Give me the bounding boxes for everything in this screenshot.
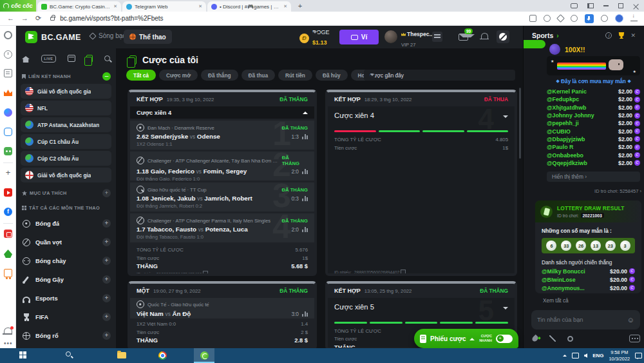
- browser-tab[interactable]: Telegram Web: [122, 1, 206, 12]
- chat-room-selector[interactable]: Sports: [532, 32, 553, 39]
- chat-settings-icon[interactable]: [567, 336, 573, 342]
- copy-icon[interactable]: [204, 272, 208, 276]
- view-all-link[interactable]: Xem tất cả: [543, 297, 569, 304]
- newsfeed-icon[interactable]: [4, 69, 12, 77]
- shopee-icon[interactable]: [4, 230, 12, 238]
- collapse-minus-icon[interactable]: [102, 72, 111, 81]
- sport-item[interactable]: FIFA: [16, 308, 116, 326]
- share-icon[interactable]: [544, 15, 551, 22]
- expand-plus-icon[interactable]: [102, 275, 111, 284]
- winner-name[interactable]: @Qqepjdkziwb: [547, 160, 587, 166]
- winner-name[interactable]: @CUBIO: [547, 128, 571, 135]
- filter-pill[interactable]: Rút tiền: [278, 70, 312, 81]
- stats-icon[interactable]: [302, 134, 308, 139]
- adblock-shield-icon[interactable]: [571, 15, 578, 22]
- user-info[interactable]: Thespec... VIP 27: [401, 31, 434, 49]
- sport-item[interactable]: Esports: [16, 289, 116, 308]
- taskbar-search-icon[interactable]: [66, 351, 71, 357]
- clock[interactable]: 9:58 PM10/3/2022: [609, 349, 630, 362]
- coccoc-logo[interactable]: cốc cốc: [0, 0, 36, 12]
- tray-expand-icon[interactable]: [563, 353, 567, 357]
- bookmark-star-icon[interactable]: [556, 14, 565, 23]
- winner-name[interactable]: @Johnny Johnny: [547, 112, 594, 119]
- emoji-icon[interactable]: [627, 316, 634, 324]
- schedule-icon[interactable]: [68, 55, 75, 62]
- youtube-icon[interactable]: [4, 188, 12, 197]
- winner-name[interactable]: @Dbapjyjziwb: [547, 136, 585, 142]
- close-button[interactable]: [633, 3, 639, 9]
- commands-icon[interactable]: [549, 335, 556, 342]
- chat-message-input[interactable]: [537, 317, 627, 323]
- new-tab-button[interactable]: [295, 1, 305, 12]
- collapse-caret-icon[interactable]: [303, 109, 308, 114]
- currency-selector[interactable]: DOGE $1.13: [299, 29, 330, 47]
- notifications-bell-icon[interactable]: [4, 328, 12, 334]
- sport-item[interactable]: Bóng rổ: [16, 326, 116, 345]
- quick-link-item[interactable]: ATP Astana, Kazakhstan: [21, 117, 111, 132]
- leaderboard-trophy-icon[interactable]: [618, 32, 625, 39]
- settings-gear-icon[interactable]: [4, 31, 12, 39]
- sport-item[interactable]: Bóng Gậy: [16, 270, 116, 289]
- expand-plus-icon[interactable]: [102, 257, 111, 265]
- sport-item[interactable]: Bóng chày: [16, 251, 116, 270]
- nav-casino[interactable]: Sòng bạc: [90, 32, 126, 39]
- winner-name[interactable]: @Fedupkpc: [547, 96, 579, 103]
- winner-name[interactable]: @Anonymous...: [542, 285, 585, 291]
- user-avatar[interactable]: [384, 30, 397, 43]
- sort-dropdown[interactable]: Cược gần đây: [364, 70, 515, 81]
- minimize-button[interactable]: [603, 5, 609, 6]
- stats-icon[interactable]: [302, 311, 308, 317]
- add-icon[interactable]: [4, 169, 12, 177]
- forward-button[interactable]: [21, 15, 28, 22]
- quick-link-item[interactable]: Giải vô địch quốc gia: [21, 84, 111, 99]
- reload-button[interactable]: [35, 15, 41, 22]
- filter-pill[interactable]: Đã thua: [242, 70, 275, 81]
- expand-caret-icon[interactable]: [503, 115, 508, 121]
- expand-plus-icon[interactable]: [102, 238, 111, 246]
- url-text[interactable]: bc.game/vi/sports?bt-path=%2Fbets: [60, 15, 163, 22]
- browser-tab[interactable]: BC.Game: Crypto Casino Gan: [37, 1, 121, 12]
- inbox-mail-icon[interactable]: [459, 34, 468, 41]
- winner-name[interactable]: @Kernel Panic: [547, 88, 587, 95]
- browser-tab[interactable]: • Discord | #🎮games | BC G: [207, 1, 291, 12]
- network-icon[interactable]: [572, 353, 579, 358]
- messenger-icon[interactable]: [4, 108, 12, 117]
- bcgame-logo-text[interactable]: BC.GAME: [41, 33, 81, 42]
- filter-pill[interactable]: Tất cả: [126, 70, 156, 81]
- games-icon[interactable]: [4, 147, 12, 155]
- winner-name[interactable]: @Onbabeebo: [547, 152, 583, 159]
- history-icon[interactable]: [4, 50, 12, 59]
- scrollbar[interactable]: [519, 88, 521, 159]
- back-button[interactable]: [7, 15, 14, 22]
- live-tab[interactable]: LIVE: [41, 55, 57, 63]
- tab-close-icon[interactable]: [283, 4, 287, 9]
- notifications-icon[interactable]: [481, 33, 488, 39]
- more-dots-icon[interactable]: [4, 340, 12, 348]
- close-chat-icon[interactable]: [630, 32, 636, 39]
- gif-keyboard-icon[interactable]: [629, 335, 640, 342]
- file-explorer-icon[interactable]: [117, 352, 126, 358]
- filter-pill[interactable]: Đã thắng: [201, 70, 238, 81]
- quick-link-item[interactable]: Giải vô địch quốc gia: [21, 168, 111, 182]
- coccoc-taskbar-icon[interactable]: [200, 351, 209, 360]
- quick-link-item[interactable]: Cúp C1 châu Âu: [21, 134, 111, 149]
- winner-name[interactable]: @pepehh_ji: [547, 120, 579, 126]
- stats-icon[interactable]: [302, 169, 308, 174]
- profile-avatar[interactable]: [615, 14, 623, 23]
- sport-item[interactable]: Bóng đá: [16, 214, 116, 233]
- tab-close-icon[interactable]: [198, 4, 202, 9]
- chat-room-tab-fragment[interactable]: [524, 40, 545, 48]
- rain-tip-icon[interactable]: [531, 335, 540, 343]
- crown-icon[interactable]: [4, 90, 12, 96]
- search-icon[interactable]: [104, 55, 110, 61]
- extensions-icon[interactable]: [601, 15, 608, 22]
- start-button[interactable]: [19, 351, 26, 358]
- expand-plus-icon[interactable]: [102, 331, 111, 340]
- facebook-icon[interactable]: [4, 208, 12, 216]
- expand-plus-icon[interactable]: [102, 313, 111, 321]
- my-bets-icon-active[interactable]: [86, 55, 93, 63]
- chrome-icon[interactable]: [158, 351, 167, 360]
- filter-pill[interactable]: Cược mở: [159, 70, 198, 81]
- expand-caret-icon[interactable]: [503, 307, 508, 312]
- rain-game-id[interactable]: ID trò chơi: 5258457 ›: [545, 188, 641, 194]
